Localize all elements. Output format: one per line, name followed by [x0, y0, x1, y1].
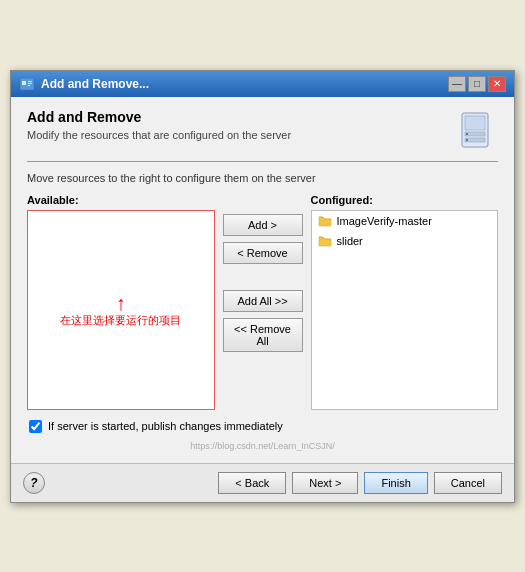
- cancel-button[interactable]: Cancel: [434, 472, 502, 494]
- server-icon: [457, 110, 497, 150]
- svg-rect-1: [22, 81, 26, 85]
- configured-box[interactable]: ImageVerify-master slider: [311, 210, 499, 410]
- configured-label: Configured:: [311, 194, 499, 206]
- item-label: ImageVerify-master: [337, 215, 432, 227]
- middle-buttons: Add > < Remove Add All >> << Remove All: [223, 194, 303, 352]
- svg-rect-3: [28, 83, 32, 84]
- instruction-text: Move resources to the right to configure…: [27, 172, 498, 184]
- list-item[interactable]: ImageVerify-master: [312, 211, 498, 231]
- columns-area: Available: ↑ 在这里选择要运行的项目 Add > < Remove …: [27, 194, 498, 410]
- dialog-body: Add and Remove Modify the resources that…: [11, 97, 514, 463]
- annotation: ↑ 在这里选择要运行的项目: [60, 292, 181, 327]
- remove-all-button[interactable]: << Remove All: [223, 318, 303, 352]
- publish-label: If server is started, publish changes im…: [48, 420, 283, 432]
- add-button[interactable]: Add >: [223, 214, 303, 236]
- header-title: Add and Remove: [27, 109, 291, 125]
- checkbox-row: If server is started, publish changes im…: [27, 420, 498, 433]
- footer-left: ?: [23, 472, 45, 494]
- divider: [27, 161, 498, 162]
- footer: ? < Back Next > Finish Cancel: [11, 463, 514, 502]
- svg-rect-6: [465, 116, 485, 130]
- folder-icon: [318, 234, 332, 248]
- remove-button[interactable]: < Remove: [223, 242, 303, 264]
- dialog-icon: [19, 76, 35, 92]
- svg-rect-2: [28, 81, 32, 82]
- arrow-up-icon: ↑: [116, 292, 126, 312]
- footer-right: < Back Next > Finish Cancel: [218, 472, 502, 494]
- maximize-button[interactable]: □: [468, 76, 486, 92]
- title-bar-left: Add and Remove...: [19, 76, 149, 92]
- publish-checkbox[interactable]: [29, 420, 42, 433]
- svg-rect-4: [28, 85, 30, 86]
- list-item[interactable]: slider: [312, 231, 498, 251]
- finish-button[interactable]: Finish: [364, 472, 427, 494]
- header-section: Add and Remove Modify the resources that…: [27, 109, 498, 151]
- svg-point-10: [466, 139, 468, 141]
- title-bar: Add and Remove... — □ ✕: [11, 71, 514, 97]
- available-column: Available: ↑ 在这里选择要运行的项目: [27, 194, 215, 410]
- title-bar-buttons: — □ ✕: [448, 76, 506, 92]
- configured-column: Configured: ImageVerify-master slider: [311, 194, 499, 410]
- dialog: Add and Remove... — □ ✕ Add and Remove M…: [10, 70, 515, 503]
- item-label: slider: [337, 235, 363, 247]
- close-button[interactable]: ✕: [488, 76, 506, 92]
- title-bar-title: Add and Remove...: [41, 77, 149, 91]
- back-button[interactable]: < Back: [218, 472, 286, 494]
- header-icon: [456, 109, 498, 151]
- svg-point-9: [466, 133, 468, 135]
- available-label: Available:: [27, 194, 215, 206]
- add-all-button[interactable]: Add All >>: [223, 290, 303, 312]
- annotation-text: 在这里选择要运行的项目: [60, 312, 181, 327]
- available-box[interactable]: ↑ 在这里选择要运行的项目: [27, 210, 215, 410]
- watermark: https://blog.csdn.net/Learn_InCSJN/: [27, 441, 498, 451]
- folder-icon: [318, 214, 332, 228]
- help-button[interactable]: ?: [23, 472, 45, 494]
- header-text: Add and Remove Modify the resources that…: [27, 109, 291, 141]
- header-subtitle: Modify the resources that are configured…: [27, 129, 291, 141]
- minimize-button[interactable]: —: [448, 76, 466, 92]
- next-button[interactable]: Next >: [292, 472, 358, 494]
